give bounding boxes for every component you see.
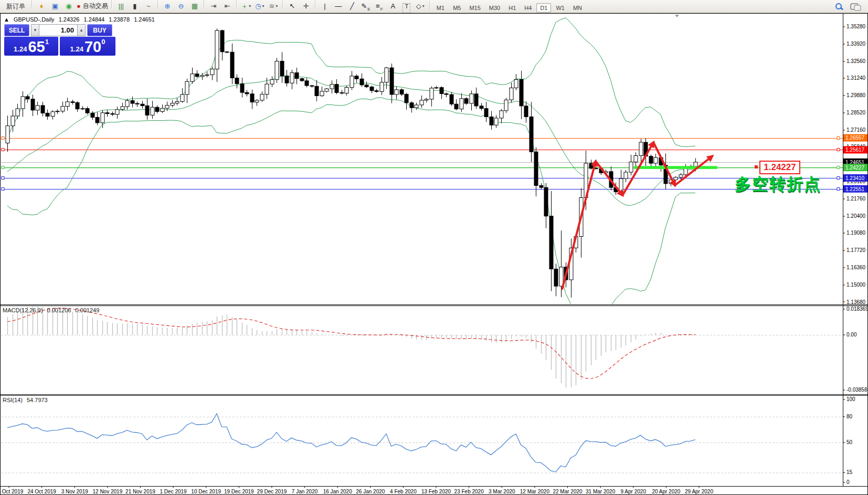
timeframe-m1[interactable]: M1: [433, 3, 448, 13]
hline-right-handle[interactable]: [837, 137, 840, 140]
main-price-pane[interactable]: [1, 18, 843, 313]
price-callout-handle[interactable]: [755, 165, 758, 168]
price-tick-label: 1.29880: [846, 92, 866, 98]
date-tick-label: 3 Nov 2019: [61, 489, 89, 494]
sell-button[interactable]: SELL: [4, 24, 29, 36]
channel-icon[interactable]: ✎E: [359, 0, 372, 12]
zoom-in-icon[interactable]: ⊕: [161, 0, 174, 12]
arrows-icon[interactable]: ◇▾: [414, 0, 427, 12]
auto-scroll-icon[interactable]: ⇥: [207, 0, 220, 12]
bull-candle: [56, 111, 59, 112]
bear-candle: [26, 97, 29, 99]
horizontal-line-icon[interactable]: —: [332, 0, 345, 12]
add-indicator-icon[interactable]: ＋▾: [240, 0, 252, 12]
period-icon[interactable]: ◷▾: [253, 0, 266, 12]
label-icon[interactable]: T: [400, 2, 413, 14]
timeframe-m5[interactable]: M5: [449, 3, 464, 13]
bar-chart-icon[interactable]: |||: [115, 0, 128, 12]
zoom-out-icon[interactable]: ⊖: [175, 0, 187, 12]
price-tick-label: 1.19080: [846, 230, 866, 236]
price-callout-box[interactable]: 1.24227: [759, 161, 800, 174]
crosshair-icon[interactable]: ✛: [300, 0, 312, 12]
hline-right-handle[interactable]: [837, 177, 840, 180]
autotrading-button[interactable]: ●自动交易: [76, 0, 109, 12]
new-order-button[interactable]: 新订单: [3, 1, 29, 13]
date-axis[interactable]: 15 Oct 201924 Oct 20193 Nov 201912 Nov 2…: [0, 487, 713, 494]
support-highlight-segment[interactable]: [634, 166, 717, 169]
date-tick-label: 29 Dec 2019: [257, 489, 287, 494]
bear-candle: [450, 94, 453, 104]
sell-price-pip: 1: [45, 38, 49, 45]
timeframe-mn[interactable]: MN: [569, 3, 586, 13]
timeframe-m15[interactable]: M15: [465, 3, 484, 13]
timeframe-toolbar: M1M5M15M30H1H4D1W1MN: [427, 1, 586, 13]
text-icon[interactable]: A: [387, 0, 399, 12]
date-tick-label: 19 Dec 2019: [224, 489, 254, 494]
timeframe-h1[interactable]: H1: [505, 3, 520, 13]
bull-candle: [654, 157, 658, 163]
search-icon[interactable]: [834, 2, 843, 10]
symbol-period-label: GBPUSD-,Daily: [14, 16, 55, 23]
line-chart-icon[interactable]: ~: [142, 0, 155, 12]
cursor-icon[interactable]: ↖: [286, 0, 299, 12]
chart-shift-icon[interactable]: ⇤: [221, 0, 234, 12]
date-tick-label: 4 Feb 2020: [390, 489, 417, 494]
price-label-text: 1.25617: [845, 147, 865, 153]
trend-arrow-segment[interactable]: [562, 161, 596, 289]
price-tick-label: 1.28520: [846, 110, 866, 115]
candlestick-chart-icon[interactable]: ▮: [129, 0, 141, 12]
hline-right-handle[interactable]: [837, 188, 840, 191]
panel-collapse-icon[interactable]: ▲: [4, 16, 9, 23]
hline-left-handle[interactable]: [2, 149, 4, 151]
timeframe-w1[interactable]: W1: [552, 3, 568, 13]
price-tick-label: 1.21760: [846, 196, 866, 202]
vertical-line-icon[interactable]: |: [319, 0, 331, 12]
buy-price-display[interactable]: 1.24 70 0: [60, 37, 115, 56]
price-tick-label: 1.27160: [846, 127, 866, 133]
hline-right-handle[interactable]: [837, 166, 840, 169]
mql5-market-icon[interactable]: ♦: [35, 0, 48, 12]
hline-left-handle[interactable]: [2, 137, 4, 140]
bull-candle: [260, 94, 264, 100]
fibonacci-icon[interactable]: ≡F: [373, 0, 386, 12]
bull-candle: [325, 89, 329, 91]
timeframe-h4[interactable]: H4: [521, 3, 535, 13]
chat-icon[interactable]: [850, 3, 860, 10]
hline-left-handle[interactable]: [2, 166, 4, 169]
timeframe-m30[interactable]: M30: [485, 3, 504, 13]
arrows-icon-dropdown[interactable]: ▾: [422, 4, 425, 8]
period-icon-dropdown[interactable]: ▾: [262, 4, 264, 8]
chart-canvas[interactable]: 1.352801.339201.325601.312401.298801.285…: [0, 13, 868, 495]
volume-input[interactable]: [39, 24, 77, 36]
volume-down-button[interactable]: ▼: [31, 24, 39, 36]
volume-up-button[interactable]: ▲: [77, 24, 86, 36]
buy-button[interactable]: BUY: [87, 24, 112, 36]
turning-point-annotation[interactable]: 多空转折点: [735, 173, 821, 195]
tile-windows-icon[interactable]: ▦: [188, 0, 201, 12]
bull-candle: [290, 73, 294, 83]
signals-icon[interactable]: ◉: [62, 0, 75, 12]
hline-left-handle[interactable]: [2, 177, 4, 180]
bear-candle: [225, 52, 229, 52]
rsi-axis-label: 100: [846, 396, 855, 402]
price-axis[interactable]: 1.352801.339201.325601.312401.298801.285…: [843, 14, 868, 487]
bear-candle: [370, 87, 374, 90]
template-icon-dropdown[interactable]: ▾: [276, 4, 278, 8]
community-icon: ▣: [52, 3, 58, 9]
sell-price-display[interactable]: 1.24 65 1: [4, 37, 58, 56]
community-icon[interactable]: ▣: [49, 0, 61, 12]
template-icon[interactable]: ≋▾: [267, 0, 280, 12]
new-order-button-label: 新订单: [6, 2, 25, 11]
bull-candle: [101, 113, 104, 123]
trendline-icon[interactable]: ╱: [346, 0, 358, 12]
bull-candle: [430, 88, 433, 99]
hline-right-handle[interactable]: [837, 149, 840, 151]
hline-left-handle[interactable]: [2, 188, 4, 191]
toolbar-separator: [236, 0, 237, 8]
chart-shift-marker[interactable]: [675, 15, 679, 17]
add-indicator-icon-dropdown[interactable]: ▾: [249, 4, 251, 8]
timeframe-d1[interactable]: D1: [536, 3, 551, 13]
bull-candle: [559, 267, 563, 286]
trend-arrow-segment[interactable]: [675, 156, 712, 185]
bear-candle: [41, 106, 45, 113]
